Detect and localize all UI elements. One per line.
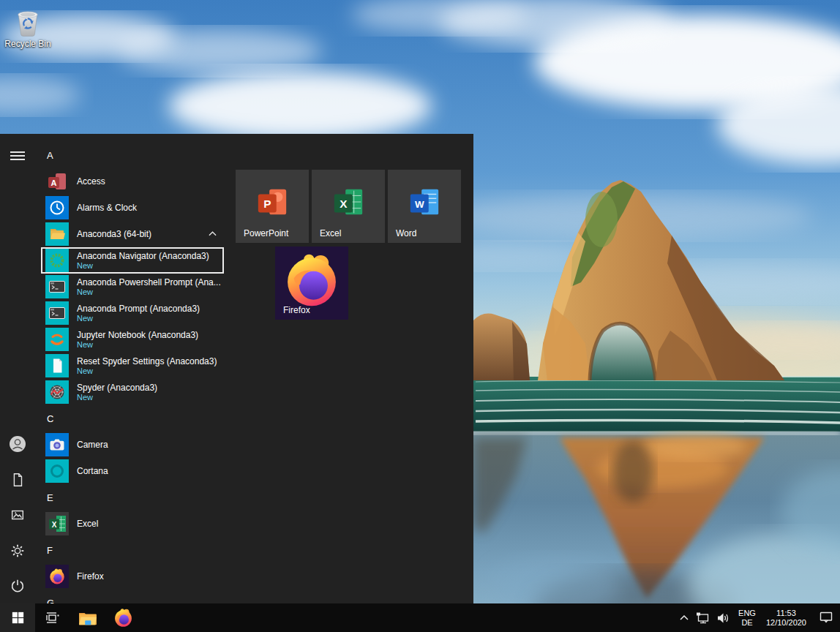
app-item-label: Anaconda Prompt (Anaconda3) [77,304,200,314]
gear-icon [10,543,26,559]
svg-text:P: P [263,198,271,210]
page-icon [45,354,69,377]
app-item-text: Excel [77,511,98,537]
user-account-button[interactable] [0,426,35,462]
app-list-item-anaconda3-64-bit[interactable]: Anaconda3 (64-bit) [41,221,224,247]
app-item-text: Cortana [77,458,108,484]
section-header-label: G [47,598,54,604]
task-view-icon [46,612,60,624]
pictures-icon [10,507,26,523]
new-badge: New [77,340,198,350]
app-item-label: Cortana [77,466,108,476]
app-list-item-jupyter-notebook-anaconda3[interactable]: Jupyter Notebook (Anaconda3)New [41,326,224,353]
app-item-label: Access [77,176,105,187]
app-item-label: Spyder (Anaconda3) [77,383,157,393]
firefox-icon [113,608,133,628]
app-list-header-a[interactable]: A [41,142,224,168]
terminal-icon [45,275,69,298]
app-list-item-anaconda-powershell-prompt-ana[interactable]: Anaconda Powershell Prompt (Ana...New [41,274,224,300]
camera-icon [45,433,69,456]
app-item-text: Spyder (Anaconda3)New [77,379,157,405]
excel-tile-icon: X [331,186,365,219]
chevron-up-icon [680,615,689,620]
tile-word[interactable]: W Word [388,170,461,243]
speaker-icon [717,612,730,624]
folder-icon [78,610,97,626]
volume-button[interactable] [713,603,734,632]
app-item-label: Camera [77,440,108,450]
word-icon: W [408,186,441,219]
documents-button[interactable] [0,462,35,497]
app-list: AAAccessAlarms & ClockAnaconda3 (64-bit)… [41,142,224,603]
app-item-text: Anaconda Powershell Prompt (Ana...New [77,274,221,300]
system-tray: ENG DE 11:53 12/10/2020 [676,603,840,632]
app-item-label: Excel [77,519,98,529]
clock[interactable]: 11:53 12/10/2020 [760,609,812,628]
section-header-label: E [47,492,53,503]
app-list-header-g[interactable]: G [41,590,224,603]
settings-button[interactable] [0,533,35,568]
app-list-header-c[interactable]: C [41,405,224,432]
app-item-text: Anaconda Prompt (Anaconda3)New [77,300,200,326]
app-list-item-alarms-clock[interactable]: Alarms & Clock [41,195,224,221]
task-view-button[interactable] [35,603,70,632]
section-header-label: A [47,150,53,161]
svg-text:A: A [51,178,57,187]
app-list-item-firefox[interactable]: Firefox [41,563,224,590]
app-list-item-anaconda-prompt-anaconda3[interactable]: Anaconda Prompt (Anaconda3)New [41,300,224,326]
taskbar: ENG DE 11:53 12/10/2020 [0,603,840,632]
terminal-icon [45,301,69,325]
app-list-item-camera[interactable]: Camera [41,432,224,458]
app-item-label: Anaconda Powershell Prompt (Ana... [77,277,221,287]
tray-expand-button[interactable] [676,603,692,632]
app-item-label: Alarms & Clock [77,203,137,213]
recycle-bin-label: Recycle Bin [4,39,52,49]
spyder-icon [45,380,69,404]
folder-icon [45,222,69,246]
clock-date: 12/10/2020 [766,618,806,628]
file-explorer-button[interactable] [70,603,105,632]
app-list-item-excel[interactable]: XExcel [41,511,224,537]
app-list-item-anaconda-navigator-anaconda3[interactable]: Anaconda Navigator (Anaconda3)New [41,247,224,274]
app-item-text: Firefox [77,563,104,590]
tile-excel[interactable]: X Excel [312,170,385,243]
app-item-text: Access [77,168,105,195]
tile-powerpoint[interactable]: P PowerPoint [236,170,309,243]
hamburger-icon [10,151,25,161]
pictures-button[interactable] [0,497,35,533]
new-badge: New [77,287,221,297]
recycle-bin-icon [4,6,52,38]
app-item-text: Jupyter Notebook (Anaconda3)New [77,326,198,353]
collapse-chevron-icon[interactable] [209,231,217,236]
app-list-item-spyder-anaconda3[interactable]: Spyder (Anaconda3)New [41,379,224,405]
start-button[interactable] [0,603,35,632]
app-list-item-cortana[interactable]: Cortana [41,458,224,484]
screen: Recycle Bin [0,0,840,632]
power-button[interactable] [0,568,35,603]
network-button[interactable] [692,603,713,632]
action-center-button[interactable] [812,603,840,632]
jupyter-icon [45,328,69,351]
action-center-icon [820,612,833,624]
new-badge: New [77,393,157,402]
app-list-header-f[interactable]: F [41,537,224,563]
anaconda-navigator-icon [45,249,69,272]
windows-logo-icon [12,612,24,624]
tile-label: PowerPoint [244,228,288,238]
app-list-item-reset-spyder-settings-anaconda3[interactable]: Reset Spyder Settings (Anaconda3)New [41,353,224,379]
recycle-bin-shortcut[interactable]: Recycle Bin [4,6,52,49]
app-list-item-access[interactable]: AAccess [41,168,224,195]
language-primary: ENG [738,609,756,618]
app-item-text: Anaconda3 (64-bit) [77,221,151,247]
cortana-icon [45,459,69,483]
app-item-label: Jupyter Notebook (Anaconda3) [77,330,198,340]
app-item-text: Reset Spyder Settings (Anaconda3)New [77,353,217,379]
firefox-taskbar-button[interactable] [105,603,140,632]
powerpoint-icon: P [255,186,289,219]
app-list-header-e[interactable]: E [41,484,224,511]
app-item-label: Anaconda Navigator (Anaconda3) [77,251,209,261]
expand-menu-button[interactable] [0,138,35,173]
tile-firefox[interactable]: Firefox [275,247,348,320]
language-indicator[interactable]: ENG DE [734,609,760,628]
app-item-label: Anaconda3 (64-bit) [77,229,151,239]
